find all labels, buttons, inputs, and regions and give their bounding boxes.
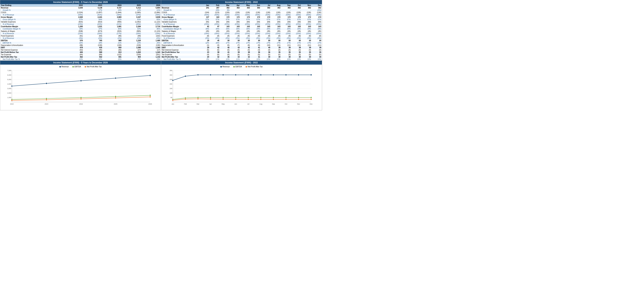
row-value: 17% [261, 42, 271, 44]
row-value: 34% [291, 28, 302, 30]
row-value: (15%) [281, 32, 292, 35]
row-value: 63% [122, 18, 142, 21]
row-value: 34% [312, 28, 322, 30]
row-value: 813 [103, 51, 122, 53]
table-row: Fixed Expenses(8)(8)(8)(8)(8)(8)(8)(8)(8… [161, 35, 322, 37]
table-row: EBIT284245434241403939393939 [161, 46, 322, 49]
table-row: Tax Expense(4)(6)(6)(6)(6)(5)(5)(5)(5)(5… [161, 53, 322, 56]
row-value: 19% [210, 9, 220, 11]
row-value: 103 [230, 25, 240, 28]
row-value: 2,284 [122, 25, 142, 28]
row-value: 25% [142, 42, 161, 44]
left-chart-legend: Revenue EBITDA Net Profit After Tax [0, 65, 161, 69]
row-value: (64) [64, 53, 84, 56]
row-value: (993) [103, 21, 122, 23]
col-2026: 2026 [142, 4, 161, 7]
row-value: (3%) [230, 37, 240, 39]
row-value: (159) [122, 53, 142, 56]
row-label: Net Interest Expense [161, 49, 200, 51]
row-label: Contribution Margin % [0, 28, 64, 30]
table-row: Salaries & Wages(538)(673)(815)(965)(1,1… [0, 30, 161, 32]
row-value: 34% [230, 28, 240, 30]
row-value: 103 [261, 25, 271, 28]
row-value: 691 [103, 56, 122, 58]
row-value: 302 [220, 7, 230, 9]
row-value: (3%) [64, 37, 84, 39]
row-value: (43%) [302, 14, 312, 16]
row-value: (41%) [84, 14, 103, 16]
row-value: 65% [142, 18, 161, 21]
row-value: (55) [200, 21, 210, 23]
row-value: (15%) [302, 32, 312, 35]
row-value: 426 [64, 51, 84, 53]
row-value: (4) [261, 49, 271, 51]
row-value: (5) [220, 49, 230, 51]
row-value: 103 [312, 25, 322, 28]
row-value: (19%) [142, 32, 161, 35]
row-label: Fixed Expenses [0, 35, 64, 37]
row-value: 103 [240, 25, 250, 28]
row-value: 35 [302, 51, 312, 53]
row-value: (4) [281, 49, 292, 51]
row-value: 103 [302, 25, 312, 28]
row-value: 42 [240, 46, 250, 49]
row-value: (3%) [200, 37, 210, 39]
table-row: Depreciation & Amortization(1)(3)(5)(7)(… [161, 44, 322, 46]
row-value: (16%) [84, 32, 103, 35]
row-value: 17% [240, 42, 250, 44]
col-2023: 2023 [84, 4, 103, 7]
row-value: (93) [84, 35, 103, 37]
row-label: COGS [161, 11, 200, 14]
row-value: (22%) [84, 23, 103, 25]
row-value: 11% [210, 58, 220, 60]
row-value: (15%) [291, 32, 302, 35]
row-value: 12% [220, 58, 230, 60]
row-value: 57% [250, 18, 261, 21]
table-row: COGS(1,524)(1,697)(1,844)(1,965)(2,066) [0, 11, 161, 14]
right-col-jun: Jun [250, 4, 261, 7]
row-value: (45) [210, 30, 220, 32]
row-value: 10% [261, 58, 271, 60]
row-value: (4) [271, 49, 281, 51]
row-label: EBITDA % [161, 42, 200, 44]
row-value: (43%) [64, 14, 84, 16]
row-value: (96) [103, 35, 122, 37]
row-value: 850 [103, 46, 122, 49]
row-value: 34% [240, 28, 250, 30]
row-label: Contribution Margin [0, 25, 64, 28]
left-chart-wrapper [2, 69, 159, 110]
row-label: Net Profit After Tax % [161, 58, 200, 60]
row-value: 10% [271, 58, 281, 60]
row-value: (43%) [250, 14, 261, 16]
legend-label-npat-left: Net Profit After Tax [87, 66, 102, 68]
row-value: (130) [271, 11, 281, 14]
row-value: 45 [220, 46, 230, 49]
row-value: (3%) [302, 37, 312, 39]
row-value: 38 [240, 51, 250, 53]
row-value: 33 [230, 56, 240, 58]
right-col-feb: Feb [210, 4, 220, 7]
row-value: 50 [281, 39, 292, 42]
row-value: 1,063 [122, 51, 142, 53]
row-value: (23%) [302, 23, 312, 25]
row-value: (4) [302, 49, 312, 51]
row-value: (15%) [230, 32, 240, 35]
row-value: (45) [312, 30, 322, 32]
right-col-jan: Jan [200, 4, 210, 7]
row-value: 1,142 [142, 56, 161, 58]
row-value: (15%) [271, 32, 281, 35]
row-label: Revenue [0, 7, 64, 9]
row-value: (23%) [240, 23, 250, 25]
row-label: % of Revenue [161, 23, 200, 25]
row-value: 57% [220, 18, 230, 21]
row-value: (23%) [312, 23, 322, 25]
right-col-dec: Dec [312, 4, 322, 7]
row-value: (69) [250, 21, 261, 23]
row-label: Net Profit After Tax [0, 56, 64, 58]
row-value: 302 [240, 7, 250, 9]
row-value: (8) [200, 35, 210, 37]
charts-row: Income Statement ($'000) - 5 Years to De… [0, 61, 322, 110]
table-row: Depreciation & Amortization(98)(130)(130… [0, 44, 161, 46]
row-value: 17% [122, 58, 142, 60]
row-value: 16% [210, 42, 220, 44]
